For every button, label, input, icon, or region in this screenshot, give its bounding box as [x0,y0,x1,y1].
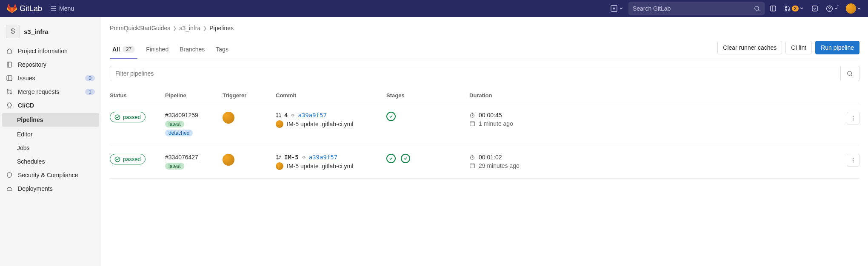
svg-point-15 [277,113,278,114]
clear-caches-button[interactable]: Clear runner caches [717,41,782,54]
col-header-pipeline: Pipeline [165,92,223,99]
sidebar-item-label: Project information [18,48,95,54]
svg-rect-9 [7,76,12,81]
home-icon [6,48,13,54]
sidebar-item-project-info[interactable]: Project information [0,44,101,58]
merge-requests-shortcut[interactable]: 2 [784,5,804,12]
triggerer-avatar[interactable] [223,154,234,166]
stopwatch-icon [469,154,475,160]
sidebar-sub-jobs[interactable]: Jobs [0,141,101,155]
run-pipeline-button[interactable]: Run pipeline [815,41,859,54]
calendar-icon [469,121,475,127]
ref-name[interactable]: 4 [284,112,288,119]
svg-point-4 [785,9,787,11]
sidebar-item-cicd[interactable]: CI/CD [0,99,101,112]
issues-shortcut-icon[interactable] [770,5,777,12]
sidebar-sub-editor[interactable]: Editor [0,127,101,141]
chevron-down-icon [799,6,804,11]
project-name: s3_infra [24,28,49,35]
sidebar-sub-schedules[interactable]: Schedules [0,155,101,168]
svg-rect-8 [7,62,11,67]
tab-finished[interactable]: Finished [143,41,171,59]
status-badge[interactable]: passed [110,112,146,122]
duration-line: 00:00:45 [469,112,838,119]
sidebar-item-label: CI/CD [18,102,95,109]
user-menu[interactable] [846,3,861,14]
finished-value: 1 minute ago [479,120,513,127]
search-icon [847,71,853,77]
branch-icon [276,154,282,160]
stopwatch-icon [469,112,475,118]
search-input[interactable] [633,5,754,12]
tab-count: 27 [123,46,135,53]
filter-search-button[interactable] [841,66,859,81]
svg-point-22 [853,118,854,119]
sidebar-item-repository[interactable]: Repository [0,58,101,71]
svg-point-25 [277,155,278,156]
commit-message[interactable]: IM-5 update .gitlab-ci.yml [287,163,353,170]
kebab-icon [850,115,856,121]
sidebar-item-security[interactable]: Security & Compliance [0,168,101,182]
status-text: passed [123,156,141,162]
tab-branches[interactable]: Branches [177,41,207,59]
sidebar-item-merge-requests[interactable]: Merge requests 1 [0,85,101,99]
sidebar-sub-pipelines[interactable]: Pipelines [2,113,99,127]
breadcrumb-project[interactable]: s3_infra [179,25,200,31]
chevron-down-icon [857,6,861,11]
mr-count: 1 [85,89,95,95]
stage-status-icon[interactable] [386,112,396,121]
col-header-trigger: Triggerer [223,92,276,99]
commit-ref-line: IM-5 a39a9f57 [276,154,386,161]
ci-lint-button[interactable]: CI lint [785,41,812,54]
commit-sha[interactable]: a39a9f57 [298,112,326,119]
breadcrumb: PmmQuickStartGuides ❯ s3_infra ❯ Pipelin… [110,25,859,31]
stage-status-icon[interactable] [401,154,410,163]
svg-point-3 [785,6,787,8]
todos-icon[interactable] [811,5,818,12]
sidebar-item-issues[interactable]: Issues 0 [0,71,101,85]
issues-count: 0 [85,75,95,81]
help-dropdown[interactable] [826,5,838,12]
sidebar-item-label: Repository [18,61,95,68]
finished-line: 1 minute ago [469,120,838,127]
sidebar-item-label: Deployments [18,185,95,192]
svg-point-1 [755,6,759,10]
commit-sha[interactable]: a39a9f57 [309,154,337,161]
col-header-duration: Duration [469,92,838,99]
gitlab-logo[interactable]: GitLab [7,3,42,14]
col-header-status: Status [110,92,165,99]
status-text: passed [123,114,141,120]
author-avatar[interactable] [276,120,283,128]
finished-line: 29 minutes ago [469,162,838,169]
plus-dropdown[interactable] [611,5,623,12]
row-actions-menu[interactable] [847,154,859,167]
triggerer-avatar[interactable] [223,112,234,124]
issues-icon [6,75,13,82]
stage-status-icon[interactable] [386,154,396,163]
pipeline-tag-detached: detached [165,130,193,136]
status-badge[interactable]: passed [110,154,146,164]
svg-point-11 [7,93,9,94]
pipeline-id-link[interactable]: #334076427 [165,154,198,161]
svg-rect-20 [470,122,475,126]
global-search[interactable] [628,2,765,15]
project-header[interactable]: S s3_infra [0,21,101,44]
tab-all[interactable]: All 27 [110,41,137,59]
commit-message[interactable]: IM-5 update .gitlab-ci.yml [287,121,353,127]
rocket-icon [6,102,13,109]
pipeline-id-link[interactable]: #334091259 [165,112,198,119]
ref-name[interactable]: IM-5 [284,154,299,161]
svg-point-26 [277,158,278,159]
sidebar-item-deployments[interactable]: Deployments [0,182,101,195]
svg-point-27 [280,156,281,157]
row-actions-menu[interactable] [847,112,859,125]
breadcrumb-group[interactable]: PmmQuickStartGuides [110,25,170,31]
svg-point-28 [303,156,305,158]
tab-tags[interactable]: Tags [213,41,231,59]
menu-toggle[interactable]: Menu [50,5,74,12]
author-avatar[interactable] [276,162,283,170]
sidebar-item-label: Security & Compliance [18,172,95,178]
table-header: Status Pipeline Triggerer Commit Stages … [110,88,859,103]
breadcrumb-current: Pipelines [209,25,234,31]
filter-input[interactable] [110,66,841,81]
